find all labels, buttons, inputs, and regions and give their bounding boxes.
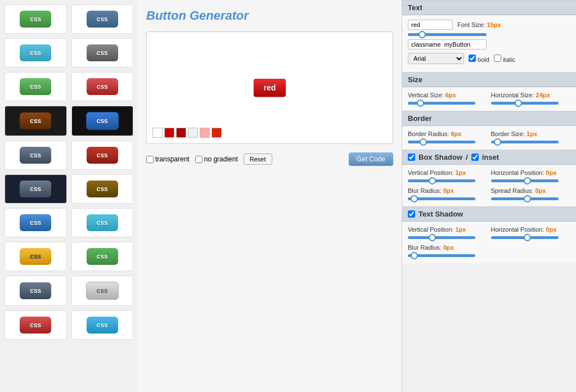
button-grid: css css css css css css css css css css … [4,4,133,340]
btn-cell-16[interactable]: css [71,242,134,271]
btn-cell-19[interactable]: css [4,310,67,340]
sample-btn-17[interactable]: css [20,282,51,299]
bs-h-pos-slider[interactable] [491,179,559,182]
swatch-5[interactable] [200,128,210,138]
sample-btn-10[interactable]: css [87,147,118,164]
btn-cell-10[interactable]: css [71,141,134,170]
border-size-label: Border Size: 1px [491,130,571,137]
ts-blur-label: Blur Radius: 0px [408,244,570,251]
font-family-select[interactable]: Arial Georgia Verdana [408,53,464,64]
text-input[interactable] [408,20,453,30]
preview-button[interactable]: red [254,79,286,97]
btn-cell-12[interactable]: css [71,174,134,204]
sample-btn-16[interactable]: css [87,248,118,265]
sample-btn-8[interactable]: css [86,112,119,130]
get-code-button[interactable]: Get Code [349,152,393,166]
sample-btn-1[interactable]: css [20,11,51,28]
ts-h-pos-label: Horizontal Position: 0px [491,226,571,233]
sample-btn-3[interactable]: css [20,44,51,61]
border-size-slider[interactable] [491,141,559,143]
bold-checkbox[interactable] [469,55,476,62]
transparent-label[interactable]: transparent [146,155,190,163]
btn-cell-5[interactable]: css [4,72,67,101]
btn-cell-18[interactable]: css [71,276,134,306]
box-shadow-section-body: Vertical Position: 1px Horizontal Positi… [402,165,576,206]
no-gradient-label[interactable]: no gradient [195,155,238,163]
btn-cell-11[interactable]: css [4,174,67,204]
btn-cell-8[interactable]: css [71,106,134,136]
btn-cell-3[interactable]: css [4,38,67,67]
sample-btn-20[interactable]: css [87,317,118,334]
font-size-label: Font Size: 15px [457,21,501,28]
btn-cell-9[interactable]: css [4,141,67,170]
sample-btn-12[interactable]: css [87,181,118,197]
btn-cell-1[interactable]: css [4,4,67,34]
sample-btn-9[interactable]: css [20,147,51,164]
sample-btn-2[interactable]: css [87,11,118,28]
text-shadow-section-header: Text Shadow [402,206,576,222]
btn-cell-2[interactable]: css [71,4,134,34]
bs-spread-slider[interactable] [491,197,559,200]
border-section-body: Border Radius: 6px Border Size: 1px [402,126,576,150]
right-panel: Text Font Size: 15px Arial Georgia Verda… [402,0,576,392]
bs-v-pos-slider[interactable] [408,179,475,182]
bs-v-pos-label: Vertical Position: 1px [408,169,488,176]
text-shadow-checkbox[interactable] [408,210,415,218]
border-radius-slider[interactable] [408,141,475,143]
bs-blur-label: Blur Radius: 0px [408,187,488,194]
ts-v-pos-slider[interactable] [408,236,475,239]
sample-btn-4[interactable]: css [87,44,118,61]
ts-v-pos-label: Vertical Position: 1px [408,226,488,233]
btn-cell-20[interactable]: css [71,310,134,340]
font-size-slider[interactable] [408,33,487,36]
color-swatches [152,128,222,138]
sample-btn-14[interactable]: css [87,214,118,231]
btn-cell-14[interactable]: css [71,208,134,237]
sample-btn-5[interactable]: css [20,78,51,95]
bs-blur-slider[interactable] [408,197,475,200]
horizontal-size-label: Horizontal Size: 24px [491,92,571,98]
btn-cell-17[interactable]: css [4,276,67,306]
btn-cell-4[interactable]: css [71,38,134,67]
swatch-2[interactable] [164,128,174,138]
swatch-4[interactable] [188,128,198,138]
sample-btn-6[interactable]: css [87,78,118,95]
middle-panel: Button Generator red transparent no grad… [138,0,402,392]
classname-input[interactable] [408,39,487,49]
ts-blur-slider[interactable] [408,254,475,257]
text-section-body: Font Size: 15px Arial Georgia Verdana bo… [402,15,576,72]
swatch-1[interactable] [152,128,163,138]
vertical-size-slider[interactable] [408,102,475,105]
sample-btn-7[interactable]: css [20,112,51,129]
swatch-3[interactable] [176,128,186,138]
italic-checkbox[interactable] [494,55,501,62]
left-panel: css css css css css css css css css css … [0,0,138,392]
sample-btn-13[interactable]: css [20,214,51,231]
box-shadow-section-header: Box Shadow / inset [402,150,576,165]
reset-button[interactable]: Reset [244,154,272,165]
ts-h-pos-slider[interactable] [491,236,559,239]
page-title: Button Generator [146,8,393,23]
btn-cell-6[interactable]: css [71,72,134,101]
transparent-checkbox[interactable] [146,156,154,163]
btn-cell-13[interactable]: css [4,208,67,237]
sample-btn-11[interactable]: css [20,181,51,197]
sample-btn-19[interactable]: css [20,317,51,334]
swatch-6[interactable] [212,128,222,138]
text-section-header: Text [402,0,576,15]
border-radius-label: Border Radius: 6px [408,130,488,137]
vertical-size-label: Vertical Size: 6px [408,92,488,98]
box-shadow-checkbox[interactable] [408,154,415,161]
inset-checkbox[interactable] [471,154,479,161]
btn-cell-15[interactable]: css [4,242,67,271]
btn-cell-7[interactable]: css [4,106,67,136]
bs-h-pos-label: Horizontal Position: 0px [491,169,571,176]
sample-btn-18[interactable]: css [86,282,119,300]
bold-checkbox-label[interactable]: bold [469,55,489,63]
italic-checkbox-label[interactable]: italic [494,55,515,63]
horizontal-size-slider[interactable] [491,102,559,105]
size-section-header: Size [402,72,576,87]
preview-box: red [146,31,393,144]
sample-btn-15[interactable]: css [20,248,51,265]
no-gradient-checkbox[interactable] [195,156,202,163]
